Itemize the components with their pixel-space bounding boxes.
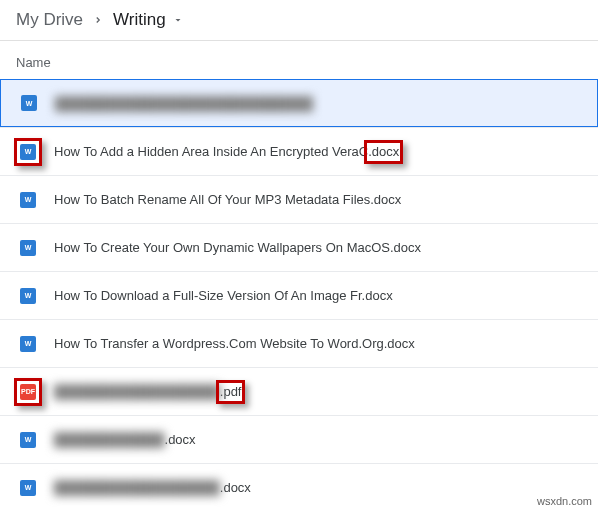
word-icon: W xyxy=(20,480,36,496)
word-icon: W xyxy=(20,240,36,256)
file-name: ████████████████████████████ xyxy=(55,96,313,111)
breadcrumb-current-label: Writing xyxy=(113,10,166,30)
file-name: How To Create Your Own Dynamic Wallpaper… xyxy=(54,240,421,255)
file-name-text: How To Batch Rename All Of Your MP3 Meta… xyxy=(54,192,401,207)
file-name: ████████████.docx xyxy=(54,432,196,447)
file-name: ██████████████████.docx xyxy=(54,480,251,495)
breadcrumb: My Drive Writing xyxy=(0,0,598,41)
file-extension: .pdf xyxy=(220,384,242,399)
breadcrumb-root[interactable]: My Drive xyxy=(16,10,83,30)
watermark: wsxdn.com xyxy=(537,495,592,507)
file-name: How To Add a Hidden Area Inside An Encry… xyxy=(54,144,399,159)
file-row[interactable]: WHow To Transfer a Wordpress.Com Website… xyxy=(0,319,598,367)
file-row[interactable]: WHow To Download a Full-Size Version Of … xyxy=(0,271,598,319)
file-extension: .docx xyxy=(165,432,196,447)
file-list: W████████████████████████████WHow To Add… xyxy=(0,80,598,511)
file-name-text: How To Create Your Own Dynamic Wallpaper… xyxy=(54,240,421,255)
file-row[interactable]: PDF██████████████████.pdf xyxy=(0,367,598,415)
file-name-text: ████████████████████████████ xyxy=(55,96,313,111)
file-name: How To Download a Full-Size Version Of A… xyxy=(54,288,393,303)
file-name: How To Batch Rename All Of Your MP3 Meta… xyxy=(54,192,401,207)
file-extension: .docx xyxy=(220,480,251,495)
breadcrumb-current[interactable]: Writing xyxy=(113,10,184,30)
word-icon: W xyxy=(20,192,36,208)
file-name-text: How To Download a Full-Size Version Of A… xyxy=(54,288,393,303)
file-name-text: ██████████████████ xyxy=(54,384,220,399)
file-name-text: How To Transfer a Wordpress.Com Website … xyxy=(54,336,415,351)
file-row[interactable]: W██████████████████.docx xyxy=(0,463,598,511)
word-icon: W xyxy=(20,288,36,304)
file-name-text: ████████████ xyxy=(54,432,165,447)
word-icon: W xyxy=(20,432,36,448)
word-icon: W xyxy=(21,95,37,111)
file-row[interactable]: WHow To Batch Rename All Of Your MP3 Met… xyxy=(0,175,598,223)
file-row[interactable]: WHow To Create Your Own Dynamic Wallpape… xyxy=(0,223,598,271)
file-row[interactable]: WHow To Add a Hidden Area Inside An Encr… xyxy=(0,127,598,175)
word-icon: W xyxy=(20,336,36,352)
column-header-name[interactable]: Name xyxy=(0,41,598,80)
file-name: How To Transfer a Wordpress.Com Website … xyxy=(54,336,415,351)
chevron-right-icon xyxy=(93,15,103,25)
file-row[interactable]: W████████████████████████████ xyxy=(0,79,598,127)
word-icon: W xyxy=(20,144,36,160)
file-row[interactable]: W████████████.docx xyxy=(0,415,598,463)
file-name-text: How To Add a Hidden Area Inside An Encry… xyxy=(54,144,368,159)
chevron-down-icon xyxy=(172,14,184,26)
pdf-icon: PDF xyxy=(20,384,36,400)
file-name-text: ██████████████████ xyxy=(54,480,220,495)
file-name: ██████████████████.pdf xyxy=(54,384,241,399)
file-extension: .docx xyxy=(368,144,399,159)
